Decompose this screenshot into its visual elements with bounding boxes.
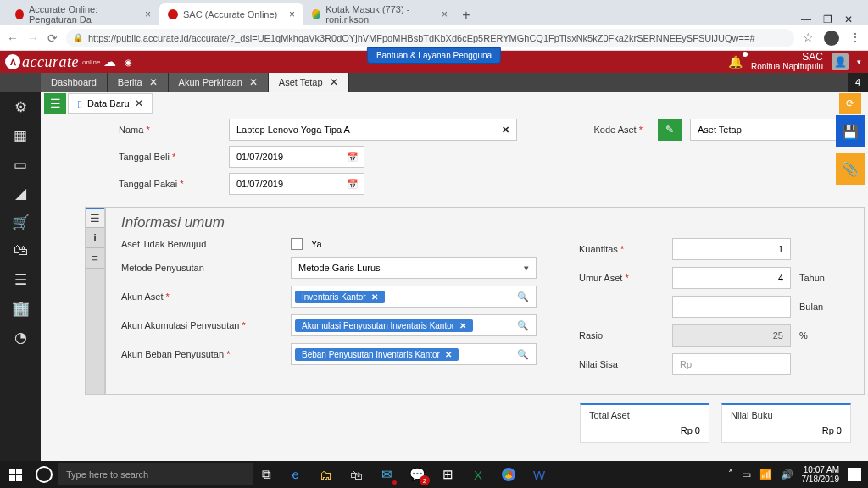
back-icon[interactable]: ← xyxy=(7,31,19,45)
kuantitas-input[interactable]: 1 xyxy=(672,238,791,260)
tab-dashboard[interactable]: Dashboard xyxy=(41,73,108,92)
taskbar-search[interactable]: Type here to search xyxy=(58,463,253,485)
nama-input[interactable]: Laptop Lenovo Yoga Tipa A ✕ xyxy=(229,119,517,141)
save-button[interactable]: 💾 xyxy=(836,115,865,147)
aset-tidak-berwujud-label: Aset Tidak Berwujud xyxy=(121,239,282,249)
cortana-icon[interactable] xyxy=(31,466,58,483)
list-view-button[interactable]: ☰ xyxy=(44,93,66,114)
clear-icon[interactable]: ✕ xyxy=(502,125,509,136)
close-icon[interactable]: ✕ xyxy=(135,97,143,109)
akun-akumulasi-chip[interactable]: Akumulasi Penyusutan Inventaris Kantor✕ xyxy=(295,319,473,332)
subtab-data-baru[interactable]: ▯ Data Baru ✕ xyxy=(68,93,153,114)
umur-tahun-input[interactable]: 4 xyxy=(672,267,791,289)
excel-icon[interactable]: X xyxy=(463,461,493,488)
tab-counter[interactable]: 4 xyxy=(848,73,868,92)
search-icon[interactable]: 🔍 xyxy=(517,349,529,360)
metode-penyusutan-dropdown[interactable]: Metode Garis Lurus ▾ xyxy=(291,257,537,279)
calendar-icon[interactable]: 📅 xyxy=(347,152,359,163)
vtab-ledger[interactable]: ≡ xyxy=(86,248,104,269)
forward-icon[interactable]: → xyxy=(27,31,39,45)
close-icon[interactable]: × xyxy=(442,8,448,20)
grid-icon[interactable]: ▦ xyxy=(12,127,29,144)
nilai-sisa-input[interactable]: Rp xyxy=(672,353,791,375)
close-icon[interactable]: ✕ xyxy=(844,14,853,25)
settings-icon[interactable]: ⊞ xyxy=(432,461,463,488)
close-icon[interactable]: ✕ xyxy=(330,76,338,88)
archive-icon[interactable]: ☰ xyxy=(12,271,29,288)
attach-button[interactable]: 📎 xyxy=(836,152,865,185)
browser-tab[interactable]: Accurate Online: Pengaturan Da × xyxy=(7,3,159,25)
edit-kode-button[interactable]: ✎ xyxy=(658,119,682,141)
wifi-icon[interactable]: 📶 xyxy=(760,469,772,480)
vtab-general[interactable]: ☰ xyxy=(86,208,104,228)
rasio-input: 25 xyxy=(672,324,791,347)
menu-icon[interactable]: ⋮ xyxy=(849,30,861,46)
chrome-icon[interactable] xyxy=(493,461,524,488)
left-sidebar: ⚙ ▦ ▭ ◢ 🛒 🛍 ☰ 🏢 ◔ xyxy=(0,92,41,461)
chart-icon[interactable]: ◔ xyxy=(12,329,29,346)
close-icon[interactable]: ✕ xyxy=(149,76,158,88)
section-title: Informasi umum xyxy=(121,214,849,231)
taskbar-clock[interactable]: 10:07 AM 7/18/2019 xyxy=(802,465,840,484)
brand-subtext: online xyxy=(82,58,100,66)
messenger-icon[interactable]: 💬2 xyxy=(402,461,432,488)
notification-icon[interactable] xyxy=(848,468,861,481)
umur-bulan-input[interactable] xyxy=(672,296,791,318)
tanggal-beli-label: Tanggal Beli xyxy=(119,152,220,162)
reload-icon[interactable]: ⟳ xyxy=(47,31,58,45)
vtab-info[interactable]: i xyxy=(86,228,104,248)
aset-tidak-berwujud-checkbox[interactable] xyxy=(291,238,303,250)
bell-icon[interactable]: 🔔 xyxy=(728,55,743,69)
cart-icon[interactable]: 🛒 xyxy=(12,214,29,230)
subtab-label: Data Baru xyxy=(87,98,130,108)
mail-icon[interactable]: ✉ xyxy=(371,461,402,488)
maximize-icon[interactable]: ❐ xyxy=(823,14,832,25)
search-icon[interactable]: 🔍 xyxy=(517,320,529,331)
building-icon[interactable]: 🏢 xyxy=(12,300,29,317)
task-view-icon[interactable]: ⧉ xyxy=(253,467,280,482)
close-icon[interactable]: × xyxy=(289,8,295,20)
search-icon[interactable]: 🔍 xyxy=(517,291,529,302)
word-icon[interactable]: W xyxy=(524,461,554,488)
tab-berita[interactable]: Berita✕ xyxy=(108,73,169,92)
close-icon[interactable]: ✕ xyxy=(249,76,258,88)
book-icon[interactable]: ▭ xyxy=(12,156,29,173)
close-icon[interactable]: × xyxy=(145,8,151,20)
explorer-icon[interactable]: 🗂 xyxy=(310,461,341,488)
gear-icon[interactable]: ⚙ xyxy=(12,98,29,115)
akun-akumulasi-input[interactable]: Akumulasi Penyusutan Inventaris Kantor✕ … xyxy=(291,314,537,336)
akun-beban-input[interactable]: Beban Penyusutan Inventaris Kantor✕ 🔍 xyxy=(291,343,537,365)
profile-avatar[interactable] xyxy=(824,30,839,46)
store-icon[interactable]: 🛍 xyxy=(341,461,371,488)
url-input[interactable]: 🔒 https://public.accurate.id/accurate/?_… xyxy=(66,29,794,47)
chip-close-icon: ✕ xyxy=(445,350,452,359)
tray-up-icon[interactable]: ˄ xyxy=(728,469,733,480)
akun-aset-input[interactable]: Inventaris Kantor✕ 🔍 xyxy=(291,286,537,308)
edge-icon[interactable]: ｅ xyxy=(280,461,310,488)
tab-aset-tetap[interactable]: Aset Tetap✕ xyxy=(269,73,349,92)
akun-aset-chip[interactable]: Inventaris Kantor✕ xyxy=(295,291,385,303)
volume-icon[interactable]: 🔊 xyxy=(781,469,793,480)
calendar-icon[interactable]: 📅 xyxy=(347,179,359,190)
minimize-icon[interactable]: — xyxy=(801,14,811,25)
wallet-icon[interactable]: ◢ xyxy=(12,185,29,202)
refresh-button[interactable]: ⟳ xyxy=(839,93,861,114)
bag-icon[interactable]: 🛍 xyxy=(12,242,29,259)
start-button[interactable] xyxy=(0,469,31,481)
brand-badge-icon: ᴧ xyxy=(5,54,20,69)
user-avatar[interactable]: 👤 xyxy=(832,53,849,70)
star-icon[interactable]: ☆ xyxy=(803,30,814,46)
tanggal-beli-input[interactable]: 01/07/2019 📅 xyxy=(229,146,364,168)
akun-beban-chip[interactable]: Beban Penyusutan Inventaris Kantor✕ xyxy=(295,348,459,361)
dropdown-icon[interactable]: ▾ xyxy=(857,58,861,66)
help-button[interactable]: Bantuan & Layanan Pengguna xyxy=(367,47,501,64)
tab-akun-perkiraan[interactable]: Akun Perkiraan✕ xyxy=(169,73,269,92)
tanggal-pakai-input[interactable]: 01/07/2019 📅 xyxy=(229,173,364,195)
company-label: SAC Ronitua Napitupulu xyxy=(751,52,823,71)
browser-tab[interactable]: Kotak Masuk (773) - roni.rikson × xyxy=(303,3,456,25)
new-tab-button[interactable]: + xyxy=(456,5,476,25)
record-icon[interactable]: ◉ xyxy=(125,58,132,67)
battery-icon[interactable]: ▭ xyxy=(742,469,751,480)
aset-tetap-dropdown[interactable]: Aset Tetap ▾ xyxy=(690,119,858,141)
browser-tab[interactable]: SAC (Accurate Online) × xyxy=(159,3,303,25)
